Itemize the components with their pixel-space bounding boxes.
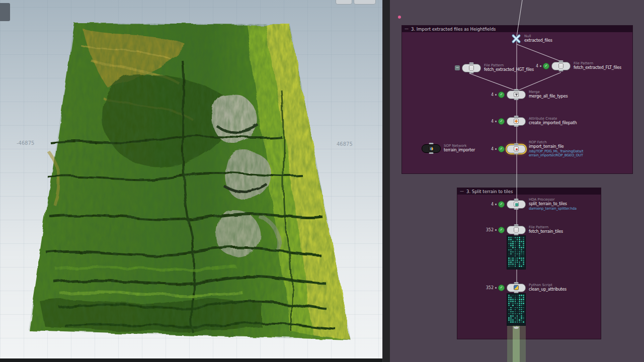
node-row-clean-up-attributes: 352 ✓ Python Script clean_up_attributes (486, 283, 567, 292)
workitem-count: 4 (491, 93, 494, 97)
grid-axis-label-right: 46875 (337, 141, 353, 147)
count-dot (540, 65, 541, 67)
node-row-merge: 4 ✓ Merge merge_all_file_types (486, 90, 568, 99)
cook-success-icon: ✓ (498, 146, 505, 152)
node-type-label: File Pattern (529, 225, 563, 229)
workitem-dot-grid[interactable] (507, 293, 526, 326)
file-pattern-icon (558, 63, 564, 68)
count-dot (495, 148, 497, 150)
file-pattern-icon (469, 65, 474, 70)
node-type-label: Python Script (529, 283, 567, 287)
network-box-header[interactable]: — 3. Import extracted files as Heightfie… (402, 26, 632, 32)
node-row-create-filepath: 4 ✓ Attribute Create create_imported_fil… (486, 117, 577, 126)
workitem-dot-grid[interactable] (507, 235, 526, 269)
node-fetch-terrain-tiles[interactable] (507, 226, 526, 234)
node-row-fetch-terrain-tiles: 352 ✓ File Pattern fetch_terrain_tiles (486, 225, 563, 234)
node-row-import-terrain-file: 4 ✓ ROP Fetch import_terrain_file /obj/T… (486, 144, 583, 153)
node-name-label: fetch_extracted_HGT_files (484, 67, 534, 72)
cook-success-icon: ✓ (543, 63, 549, 69)
workitem-count: 4 (491, 202, 494, 207)
attribute-create-icon (514, 119, 519, 124)
rop-path-link: /obj/TOP_PDG_ML_TrainingData/t (529, 149, 583, 153)
node-fetch-extracted-flt-files[interactable] (551, 62, 571, 70)
count-dot (495, 94, 497, 96)
count-dot (495, 204, 497, 205)
python-script-icon (514, 285, 519, 290)
node-merge-all-file-types[interactable] (507, 90, 526, 99)
node-clean-up-attributes[interactable] (507, 284, 526, 292)
workitem-count: 352 (486, 286, 494, 290)
node-name-label: fetch_terrain_tiles (529, 229, 563, 234)
rop-path-link: errain_importer/ROP_BGEO_OUT (529, 153, 583, 157)
node-type-label: Attribute Create (529, 117, 577, 121)
merge-icon (514, 92, 519, 97)
viewport-bottom-bar (0, 358, 382, 362)
node-extracted-files[interactable] (511, 34, 521, 44)
network-marker-dot (398, 16, 401, 19)
stowed-pane-tab[interactable] (0, 3, 10, 21)
node-name-label: merge_all_file_types (529, 94, 568, 99)
hda-processor-icon (514, 202, 519, 207)
sop-network-icon (429, 146, 434, 151)
node-terrain-importer[interactable] (422, 144, 441, 153)
node-name-label: import_terrain_file (529, 144, 583, 149)
network-box-header[interactable]: — 3. Split terrain to tiles (457, 188, 601, 195)
node-name-label: clean_up_attributes (529, 287, 567, 292)
hda-file-link: damienp_terrain_splitter.hda (529, 207, 577, 211)
rop-fetch-icon (514, 146, 519, 151)
cook-success-icon: ✓ (498, 227, 505, 233)
node-row-fetch-hgt: − File Pattern fetch_extracted_HGT_files (441, 63, 534, 72)
node-split-terrain-to-tiles[interactable] (507, 200, 526, 209)
terrain-heightfield (0, 0, 382, 362)
node-state-icon: − (455, 65, 460, 70)
file-pattern-icon (514, 227, 519, 232)
dataflow-highlight-band (507, 326, 526, 362)
network-box-title: 3. Import extracted files as Heightfield… (411, 27, 496, 32)
node-import-terrain-file[interactable] (507, 145, 526, 153)
pane-divider[interactable] (382, 0, 390, 362)
scene-viewport[interactable]: -46875 46875 (0, 0, 382, 362)
cook-success-icon: ✓ (498, 285, 505, 291)
grid-axis-label-left: -46875 (17, 140, 34, 146)
node-row-fetch-flt: 4 ✓ File Pattern fetch_extracted_FLT_fil… (530, 61, 621, 70)
node-name-label: extracted_files (524, 38, 552, 43)
viewport-toolbar-button[interactable] (336, 0, 352, 5)
node-type-label: File Pattern (574, 61, 621, 65)
node-type-label: HDA Processor (529, 198, 577, 202)
cook-success-icon: ✓ (498, 92, 505, 98)
count-dot (495, 121, 497, 122)
node-fetch-extracted-hgt-files[interactable] (462, 64, 481, 72)
node-row-split-terrain: 4 ✓ HDA Processor split_terrain_to_tiles… (486, 200, 577, 209)
cook-success-icon: ✓ (498, 201, 505, 208)
node-create-imported-filepath[interactable] (507, 117, 526, 126)
collapse-box-icon[interactable]: — (460, 189, 464, 194)
node-row-terrain-importer: SOP Network terrain_importer (422, 144, 475, 153)
node-name-label: create_imported_filepath (529, 121, 577, 126)
node-row-extracted-files: Null extracted_files (511, 34, 552, 43)
count-dot (495, 229, 497, 231)
node-type-label: SOP Network (444, 144, 475, 148)
workitem-count: 4 (491, 147, 494, 151)
node-name-label: split_terrain_to_tiles (529, 202, 577, 207)
node-name-label: fetch_extracted_FLT_files (574, 65, 621, 70)
workitem-count: 4 (491, 119, 494, 124)
collapse-box-icon[interactable]: — (405, 27, 409, 31)
network-box-title: 3. Split terrain to tiles (466, 189, 513, 194)
node-type-label: File Pattern (484, 63, 534, 67)
viewport-toolbar-button[interactable] (354, 0, 376, 5)
cook-success-icon: ✓ (498, 118, 505, 125)
workitem-count: 4 (536, 64, 538, 68)
node-name-label: terrain_importer (444, 148, 475, 153)
count-dot (495, 287, 497, 289)
node-type-label: Null (524, 34, 552, 38)
node-type-label: ROP Fetch (529, 140, 583, 144)
top-network-editor[interactable]: — 3. Import extracted files as Heightfie… (390, 0, 644, 362)
node-type-label: Merge (529, 90, 568, 94)
workitem-count: 352 (486, 228, 494, 232)
